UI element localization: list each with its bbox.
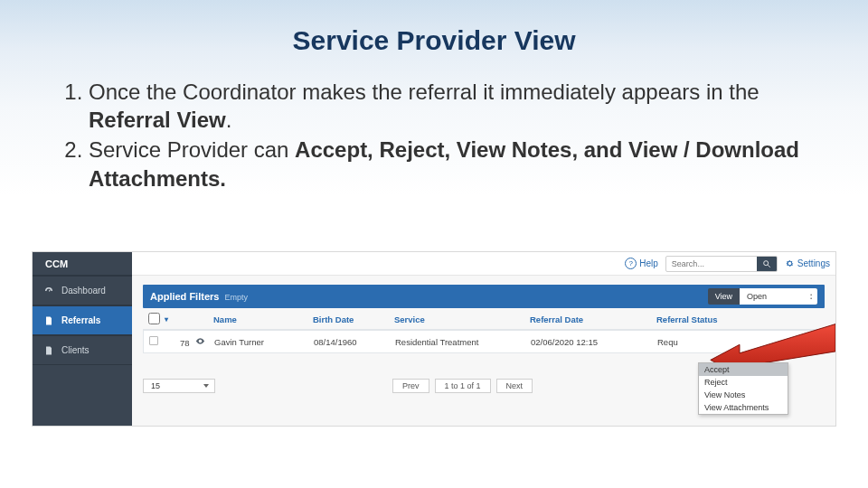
content: Applied Filters Empty View Open ▾ Name B…	[132, 276, 835, 426]
sidebar: CCM Dashboard Referrals Clients	[33, 252, 132, 426]
search-button[interactable]	[757, 256, 777, 272]
document-icon	[43, 315, 54, 326]
filters-empty: Empty	[224, 293, 248, 302]
row-birth-date: 08/14/1960	[314, 337, 395, 347]
prev-button[interactable]: Prev	[392, 379, 429, 393]
instruction-list: Once the Coordinator makes the referral …	[52, 78, 816, 192]
filters-title: Applied Filters	[150, 291, 219, 302]
action-view-attachments[interactable]: View Attachments	[699, 401, 788, 414]
row-name: Gavin Turner	[214, 337, 314, 347]
svg-line-1	[768, 265, 770, 267]
search-input[interactable]	[666, 259, 757, 268]
topbar: Help Settings	[132, 252, 835, 276]
sidebar-item-label: Clients	[61, 345, 90, 355]
instruction-item-1: Once the Coordinator makes the referral …	[89, 78, 816, 134]
chevron-down-icon[interactable]: ▾	[165, 315, 177, 324]
header-referral-status[interactable]: Referral Status	[656, 314, 819, 324]
header-service[interactable]: Service	[394, 314, 530, 324]
page-range: 1 to 1 of 1	[435, 379, 491, 393]
view-select[interactable]: View Open	[708, 288, 817, 305]
row-service: Residential Treatment	[395, 337, 531, 347]
brand: CCM	[33, 252, 132, 276]
header-name[interactable]: Name	[213, 314, 313, 324]
row-referral-date: 02/06/2020 12:15	[531, 337, 657, 347]
header-referral-date[interactable]: Referral Date	[530, 314, 656, 324]
row-referral-status: Requ	[657, 337, 818, 347]
view-label: View	[708, 288, 740, 305]
action-reject[interactable]: Reject	[699, 376, 788, 389]
page-title: Service Provider View	[0, 0, 868, 56]
text: Service Provider can	[89, 137, 295, 162]
table-headers: ▾ Name Birth Date Service Referral Date …	[143, 310, 825, 330]
next-button[interactable]: Next	[496, 379, 533, 393]
table-row[interactable]: 78 Gavin Turner 08/14/1960 Residential T…	[143, 330, 825, 353]
action-view-notes[interactable]: View Notes	[699, 389, 788, 401]
search-icon	[762, 259, 771, 268]
text: Once the Coordinator makes the referral …	[89, 80, 760, 104]
row-actions-dropdown: Accept Reject View Notes View Attachment…	[698, 362, 788, 415]
applied-filters-bar: Applied Filters Empty View Open	[143, 285, 825, 308]
row-checkbox[interactable]	[149, 336, 158, 345]
gear-icon	[785, 258, 795, 268]
page-size-select[interactable]: 15	[143, 379, 215, 393]
app-screenshot: CCM Dashboard Referrals Clients	[32, 251, 836, 427]
settings-link[interactable]: Settings	[785, 258, 830, 268]
sidebar-item-dashboard[interactable]: Dashboard	[33, 276, 132, 305]
sidebar-item-clients[interactable]: Clients	[33, 335, 132, 365]
action-accept[interactable]: Accept	[699, 363, 788, 376]
gauge-icon	[43, 286, 54, 296]
sidebar-item-referrals[interactable]: Referrals	[33, 305, 132, 335]
document-icon	[43, 345, 54, 356]
search-wrap	[665, 256, 778, 272]
nav: Dashboard Referrals Clients	[33, 276, 132, 365]
instruction-item-2: Service Provider can Accept, Reject, Vie…	[89, 136, 816, 192]
select-all-checkbox[interactable]	[148, 313, 160, 324]
settings-label: Settings	[797, 258, 830, 268]
help-link[interactable]: Help	[625, 258, 658, 269]
svg-point-0	[764, 260, 769, 265]
text-bold: Referral View	[89, 108, 226, 132]
eye-icon[interactable]	[195, 338, 205, 348]
sidebar-item-label: Dashboard	[61, 286, 106, 296]
text: .	[226, 108, 232, 132]
view-value: Open	[740, 288, 817, 305]
header-birth-date[interactable]: Birth Date	[313, 314, 394, 324]
row-id: 78	[178, 336, 214, 348]
sidebar-item-label: Referrals	[61, 315, 100, 325]
